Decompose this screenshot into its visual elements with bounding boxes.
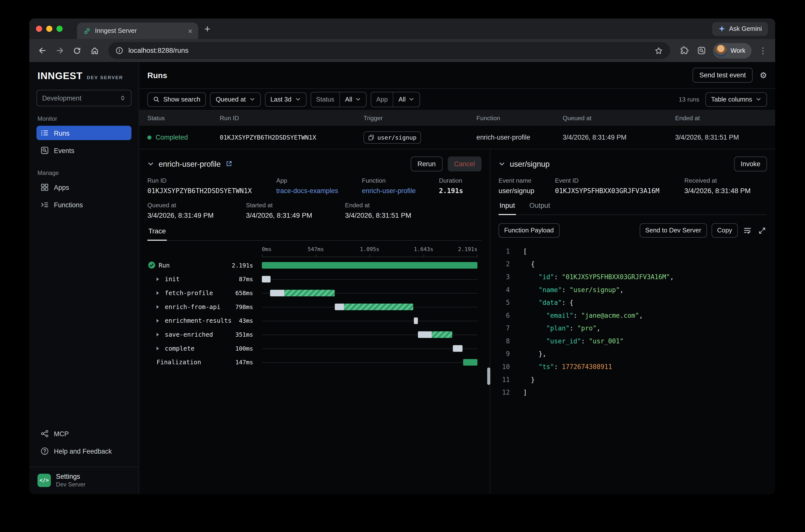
trace-row-finalization[interactable]: Finalization147ms — [147, 355, 482, 369]
tab-search-icon[interactable] — [694, 43, 709, 58]
caret-right-icon[interactable] — [154, 290, 162, 296]
trace-row-fetch-profile[interactable]: fetch-profile658ms — [147, 286, 482, 300]
line-content: }, — [523, 347, 546, 360]
caret-right-icon[interactable] — [154, 304, 162, 309]
span-segment-queued — [453, 345, 463, 352]
caret-right-icon[interactable] — [154, 346, 162, 351]
tab-input[interactable]: Input — [499, 202, 516, 215]
zoom-window-button[interactable] — [56, 26, 63, 32]
function-payload-button[interactable]: Function Payload — [499, 223, 560, 238]
browser-menu-icon[interactable]: ⋮ — [756, 46, 770, 56]
queued-at-filter-button[interactable]: Queued at — [210, 92, 261, 107]
sidebar-item-events[interactable]: Events — [36, 143, 131, 157]
sidebar-item-apps[interactable]: Apps — [36, 180, 131, 195]
code-line: 3 "id": "01KJXSYPSFHBXX03GRJFV3A16M", — [499, 270, 767, 283]
word-wrap-icon[interactable] — [742, 226, 752, 235]
span-name: fetch-profile — [165, 289, 213, 296]
gear-icon[interactable]: ⚙ — [760, 71, 767, 79]
tab-trace[interactable]: Trace — [147, 227, 167, 241]
show-search-button[interactable]: Show search — [147, 92, 206, 107]
url-text[interactable]: localhost:8288/runs — [128, 47, 188, 55]
caret-right-icon[interactable] — [154, 277, 162, 282]
tab-output[interactable]: Output — [528, 202, 551, 215]
collapse-chevron-icon[interactable] — [499, 160, 505, 167]
trace-row-enrichment-results[interactable]: enrichment-results43ms — [147, 314, 482, 327]
trace-row-save-enriched[interactable]: save-enriched351ms — [147, 327, 482, 341]
check-circle-icon — [147, 261, 155, 269]
app-filter-value[interactable]: All — [393, 96, 419, 103]
span-duration: 351ms — [235, 331, 262, 338]
send-to-dev-server-button[interactable]: Send to Dev Server — [639, 223, 707, 238]
bookmark-star-icon[interactable] — [655, 46, 663, 55]
span-bar[interactable] — [463, 359, 478, 365]
span-bar[interactable] — [270, 289, 335, 296]
trace-row-enrich-from-api[interactable]: enrich-from-api798ms — [147, 300, 482, 314]
browser-tab[interactable]: Inngest Server × — [77, 23, 198, 39]
tab-close-icon[interactable]: × — [186, 27, 194, 35]
span-segment-queued — [414, 317, 418, 324]
payload-code[interactable]: 1[2 {3 "id": "01KJXSYPSFHBXX03GRJFV3A16M… — [499, 245, 767, 399]
extensions-puzzle-icon[interactable] — [676, 43, 692, 58]
rerun-button[interactable]: Rerun — [411, 156, 442, 171]
function-link[interactable]: enrich-user-profile — [362, 187, 439, 195]
span-segment-queued — [335, 303, 344, 310]
code-line: 1[ — [499, 245, 767, 258]
ask-gemini-button[interactable]: Ask Gemini — [712, 22, 768, 36]
trace-tab-bar: Trace — [147, 226, 482, 241]
cancel-button[interactable]: Cancel — [448, 156, 482, 171]
trace-axis: 0ms547ms1.095s1.643s2.191s — [262, 245, 478, 257]
table-columns-button[interactable]: Table columns — [706, 92, 767, 107]
sidebar-item-functions[interactable]: Functions — [36, 197, 131, 212]
span-bar[interactable] — [335, 303, 413, 310]
sidebar-item-runs[interactable]: Runs — [36, 126, 131, 140]
address-bar[interactable]: localhost:8288/runs — [108, 42, 670, 59]
app-filter[interactable]: App All — [371, 92, 420, 107]
environment-select[interactable]: Development — [36, 90, 131, 106]
table-row[interactable]: Completed 01KJXSYPZYB6TH2DSDSYETWN1X use… — [139, 126, 775, 149]
collapse-chevron-icon[interactable] — [147, 160, 154, 167]
minimize-window-button[interactable] — [46, 26, 53, 32]
trace-row-init[interactable]: init87ms — [147, 272, 482, 286]
forward-button[interactable] — [52, 43, 67, 58]
span-name: enrich-from-api — [165, 303, 221, 310]
caret-right-icon[interactable] — [154, 318, 162, 323]
expand-icon[interactable] — [757, 227, 767, 234]
caret-right-icon[interactable] — [154, 332, 162, 337]
span-duration: 87ms — [239, 276, 262, 283]
trace-row-complete[interactable]: complete100ms — [147, 341, 482, 355]
span-bar[interactable] — [262, 276, 270, 282]
line-content: { — [523, 258, 535, 270]
settings-block[interactable]: </> Settings Dev Server — [30, 467, 139, 494]
back-button[interactable] — [34, 43, 50, 58]
new-tab-button[interactable]: + — [204, 24, 210, 34]
scrollbar-thumb[interactable] — [487, 367, 490, 385]
sidebar-item-help[interactable]: Help and Feedback — [36, 444, 131, 458]
sidebar-item-mcp[interactable]: MCP — [36, 426, 131, 441]
home-button[interactable] — [87, 43, 102, 58]
status-dot-icon — [147, 135, 152, 139]
span-bar[interactable] — [414, 317, 418, 324]
send-test-event-button[interactable]: Send test event — [693, 68, 752, 82]
reload-button[interactable] — [69, 43, 85, 58]
line-number: 10 — [499, 360, 510, 373]
span-bar[interactable] — [418, 331, 452, 338]
copy-button[interactable]: Copy — [711, 223, 738, 238]
span-label-cell: enrich-from-api798ms — [147, 303, 262, 310]
trigger-badge[interactable]: user/signup — [363, 131, 421, 144]
status-filter[interactable]: Status All — [311, 92, 367, 107]
time-range-filter-button[interactable]: Last 3d — [265, 92, 306, 107]
chevron-down-icon — [249, 97, 255, 102]
trace-row-run[interactable]: Run2.191s — [147, 258, 482, 272]
app-link[interactable]: trace-docs-examples — [276, 187, 362, 195]
profile-chip[interactable]: Work — [713, 43, 752, 58]
span-bar[interactable] — [262, 262, 478, 268]
sidebar-item-label: Events — [54, 147, 74, 154]
status-filter-value[interactable]: All — [340, 96, 366, 103]
invoke-button[interactable]: Invoke — [734, 156, 767, 171]
external-link-icon[interactable] — [225, 160, 232, 168]
close-window-button[interactable] — [36, 26, 42, 32]
meta-field-started-at: Started at 3/4/2026, 8:31:49 PM — [246, 202, 345, 219]
screen: Inngest Server × + Ask Gemini loca — [0, 0, 805, 532]
site-info-icon[interactable] — [115, 47, 123, 55]
span-bar[interactable] — [453, 345, 463, 352]
